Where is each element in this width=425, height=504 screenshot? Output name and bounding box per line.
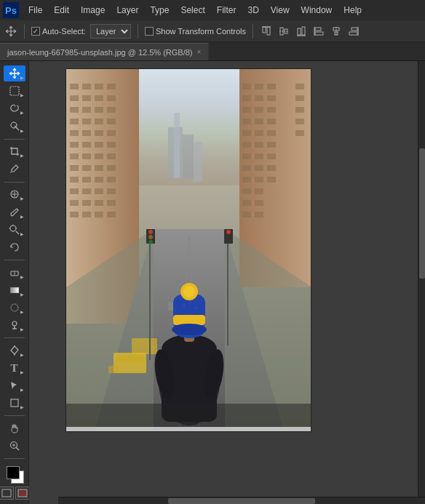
- crop-tool[interactable]: ▶: [4, 143, 25, 159]
- align-right-button[interactable]: [347, 25, 360, 38]
- svg-rect-68: [107, 119, 116, 124]
- svg-rect-54: [82, 84, 91, 89]
- eraser-tool[interactable]: ▶: [4, 265, 25, 281]
- svg-rect-112: [267, 107, 276, 113]
- horizontal-scrollbar[interactable]: [58, 497, 425, 504]
- show-transform-label: Show Transform Controls: [156, 27, 246, 36]
- color-swatches[interactable]: [4, 465, 25, 482]
- svg-rect-96: [107, 200, 116, 206]
- active-tab[interactable]: jason-leung-667985-unsplash.jpg @ 12.5% …: [0, 43, 209, 60]
- layer-select[interactable]: Layer: [90, 24, 131, 39]
- menu-type[interactable]: Type: [145, 4, 174, 17]
- svg-rect-139: [255, 212, 263, 217]
- menu-view[interactable]: View: [266, 4, 295, 17]
- document-canvas[interactable]: [65, 68, 311, 432]
- align-left-button[interactable]: [312, 25, 325, 38]
- svg-point-178: [183, 304, 186, 307]
- svg-point-42: [14, 345, 15, 347]
- svg-rect-70: [82, 130, 91, 136]
- blur-tool[interactable]: ▶: [4, 300, 25, 316]
- lasso-tool[interactable]: ▶: [4, 100, 25, 116]
- hand-tool[interactable]: [4, 420, 25, 436]
- svg-rect-10: [315, 32, 323, 35]
- clone-stamp-tool[interactable]: ▶: [4, 222, 25, 238]
- svg-rect-89: [70, 188, 79, 194]
- svg-rect-48: [2, 489, 11, 497]
- svg-rect-110: [242, 107, 251, 113]
- zoom-tool[interactable]: [4, 438, 25, 454]
- standard-mode-button[interactable]: [0, 487, 14, 500]
- svg-rect-78: [82, 153, 91, 159]
- show-transform-checkbox[interactable]: [145, 27, 154, 36]
- history-brush-tool[interactable]: [4, 239, 25, 255]
- svg-point-177: [183, 286, 195, 297]
- align-hcenter-button[interactable]: [330, 25, 343, 38]
- path-select-tool[interactable]: ▶: [4, 377, 25, 393]
- auto-select-checkbox[interactable]: [31, 27, 40, 36]
- marquee-tool[interactable]: ▶: [4, 83, 25, 99]
- healing-brush-tool[interactable]: ▶: [4, 186, 25, 202]
- menu-file[interactable]: File: [23, 4, 47, 17]
- tool-divider-5: [4, 415, 25, 416]
- type-tool[interactable]: T ▶: [4, 360, 25, 376]
- svg-rect-64: [107, 107, 116, 113]
- menu-select[interactable]: Select: [175, 4, 210, 17]
- gradient-tool[interactable]: ▶: [4, 282, 25, 298]
- pen-tool[interactable]: ▶: [4, 343, 25, 359]
- svg-rect-122: [242, 142, 251, 148]
- svg-rect-137: [255, 200, 263, 206]
- align-top-button[interactable]: [260, 25, 273, 38]
- svg-rect-49: [18, 489, 27, 497]
- align-vcenter-button[interactable]: [277, 25, 290, 38]
- svg-rect-65: [70, 119, 79, 124]
- menu-layer[interactable]: Layer: [111, 4, 143, 17]
- gradient-arrow: ▶: [20, 292, 24, 297]
- svg-rect-129: [255, 165, 263, 171]
- horizontal-scrollbar-thumb[interactable]: [168, 498, 315, 504]
- svg-rect-134: [242, 188, 251, 194]
- shape-tool[interactable]: ▶: [4, 395, 25, 411]
- svg-rect-95: [95, 200, 103, 206]
- svg-rect-92: [107, 188, 116, 194]
- clone-stamp-arrow: ▶: [20, 231, 24, 236]
- tool-divider-1: [4, 139, 25, 140]
- svg-rect-71: [95, 130, 103, 136]
- magic-wand-tool[interactable]: ▶: [4, 118, 25, 134]
- menu-window[interactable]: Window: [296, 4, 338, 17]
- svg-rect-114: [242, 119, 251, 124]
- align-bottom-button[interactable]: [295, 25, 308, 38]
- tab-close-button[interactable]: ×: [197, 48, 202, 56]
- move-tool-arrow: ▶: [20, 75, 24, 80]
- svg-point-163: [226, 230, 231, 234]
- svg-rect-124: [267, 142, 276, 148]
- menu-edit[interactable]: Edit: [49, 4, 74, 17]
- svg-rect-83: [95, 165, 103, 171]
- magic-wand-arrow: ▶: [20, 128, 24, 133]
- svg-rect-104: [267, 84, 276, 89]
- svg-rect-73: [70, 142, 79, 148]
- quick-mask-button[interactable]: [15, 487, 30, 500]
- svg-rect-18: [10, 87, 19, 95]
- brush-tool[interactable]: ▶: [4, 204, 25, 220]
- svg-rect-85: [70, 177, 79, 183]
- vertical-scrollbar[interactable]: [418, 61, 425, 497]
- app-logo: Ps: [3, 2, 19, 18]
- svg-rect-138: [242, 212, 251, 217]
- vertical-scrollbar-thumb[interactable]: [419, 148, 425, 279]
- shape-arrow: ▶: [20, 404, 24, 409]
- eyedropper-tool[interactable]: [4, 161, 25, 177]
- svg-point-175: [172, 324, 207, 335]
- move-tool[interactable]: ▶: [4, 65, 25, 81]
- dodge-tool[interactable]: ▶: [4, 317, 25, 333]
- menu-filter[interactable]: Filter: [212, 4, 242, 17]
- toolbar-divider-1: [24, 24, 25, 39]
- svg-rect-79: [95, 153, 103, 159]
- foreground-swatch[interactable]: [7, 466, 20, 479]
- menu-help[interactable]: Help: [338, 4, 367, 17]
- svg-rect-9: [315, 28, 321, 31]
- svg-rect-77: [70, 153, 79, 159]
- menu-image[interactable]: Image: [76, 4, 110, 17]
- svg-rect-109: [295, 95, 304, 101]
- menu-3d[interactable]: 3D: [242, 4, 263, 17]
- toolbar-divider-2: [138, 24, 138, 39]
